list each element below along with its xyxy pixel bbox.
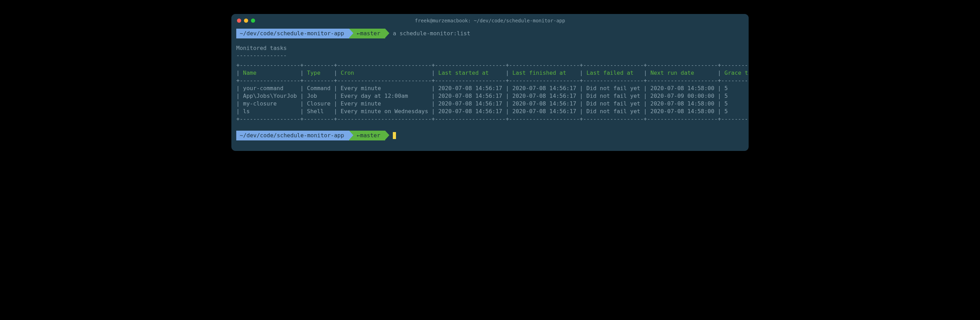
- minimize-icon[interactable]: [244, 19, 248, 23]
- table-header-row: | Name | Type | Cron | Last started at |…: [236, 69, 744, 77]
- table-row: | ls | Shell | Every minute on Wednesday…: [236, 108, 744, 115]
- terminal-window: freek@murzemacbook: ~/dev/code/schedule-…: [231, 14, 749, 151]
- prompt-path: ~/dev/code/schedule-monitor-app: [236, 29, 349, 38]
- traffic-lights: [237, 19, 255, 23]
- table-row: | App\Jobs\YourJob | Job | Every day at …: [236, 92, 744, 100]
- cursor: [393, 132, 396, 139]
- prompt-line-2: ~/dev/code/schedule-monitor-app ←master: [236, 131, 744, 141]
- table-border: +------------------+---------+----------…: [236, 62, 744, 69]
- table-border: +------------------+---------+----------…: [236, 115, 744, 123]
- terminal-body[interactable]: ~/dev/code/schedule-monitor-app ←master …: [231, 27, 749, 151]
- titlebar: freek@murzemacbook: ~/dev/code/schedule-…: [231, 14, 749, 27]
- prompt-branch: ←master: [349, 131, 385, 141]
- window-title: freek@murzemacbook: ~/dev/code/schedule-…: [415, 18, 565, 24]
- prompt-command: a schedule-monitor:list: [393, 29, 471, 38]
- output-table: +------------------+---------+----------…: [236, 62, 744, 123]
- prompt-path: ~/dev/code/schedule-monitor-app: [236, 131, 349, 141]
- table-row: | your-command | Command | Every minute …: [236, 84, 744, 92]
- table-row: | my-closure | Closure | Every minute | …: [236, 100, 744, 108]
- table-border: +------------------+---------+----------…: [236, 77, 744, 84]
- prompt-line-1: ~/dev/code/schedule-monitor-app ←master …: [236, 29, 744, 38]
- output-title: Monitored tasks: [236, 45, 744, 51]
- close-icon[interactable]: [237, 19, 241, 23]
- output-underline: ---------------: [236, 52, 744, 59]
- prompt-branch: ←master: [349, 29, 385, 38]
- maximize-icon[interactable]: [251, 19, 255, 23]
